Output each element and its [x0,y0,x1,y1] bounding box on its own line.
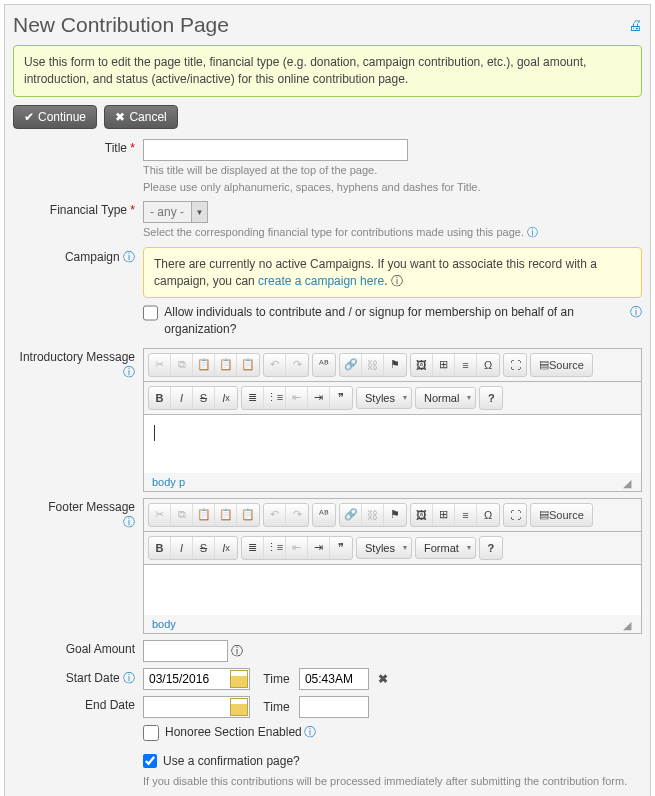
anchor-icon[interactable]: ⚑ [384,504,406,526]
paste-word-icon[interactable]: 📋 [237,354,259,376]
financial-type-select[interactable]: - any - ▼ [143,201,208,223]
title-hint1: This title will be displayed at the top … [143,163,642,178]
title-hint2: Please use only alphanumeric, spaces, hy… [143,180,642,195]
cancel-button-top[interactable]: ✖Cancel [104,105,177,129]
intro-msg-label: Introductory Message [20,350,135,364]
undo-icon[interactable]: ↶ [264,504,286,526]
unlink-icon[interactable]: ⛓ [362,504,384,526]
blockquote-icon[interactable]: ❞ [330,537,352,559]
cut-icon[interactable]: ✂ [149,354,171,376]
special-char-icon[interactable]: Ω [477,504,499,526]
help-icon[interactable]: ⓘ [231,644,243,658]
resize-handle[interactable]: ◢ [623,619,633,629]
format-select[interactable]: Format [415,537,476,559]
maximize-icon[interactable]: ⛶ [504,354,526,376]
paste-icon[interactable]: 📋 [193,354,215,376]
about-icon[interactable]: ? [480,537,502,559]
link-icon[interactable]: 🔗 [340,504,362,526]
numbered-list-icon[interactable]: ≣ [242,387,264,409]
help-icon[interactable]: ⓘ [123,515,135,529]
intro-editor-body[interactable] [144,415,641,473]
end-date-input[interactable] [144,697,229,717]
help-icon[interactable]: ⓘ [123,365,135,379]
format-select[interactable]: Normal [415,387,476,409]
table-icon[interactable]: ⊞ [433,354,455,376]
link-icon[interactable]: 🔗 [340,354,362,376]
indent-icon[interactable]: ⇥ [308,387,330,409]
check-icon: ✔ [24,110,34,124]
confirmation-label: Use a confirmation page? [163,753,300,770]
styles-select[interactable]: Styles [356,387,412,409]
continue-button-top[interactable]: ✔Continue [13,105,97,129]
image-icon[interactable]: 🖼 [411,504,433,526]
create-campaign-link[interactable]: create a campaign here [258,274,384,288]
help-icon[interactable]: ⓘ [630,304,642,321]
goal-amount-input[interactable] [143,640,228,662]
bullet-list-icon[interactable]: ⋮≡ [264,387,286,409]
copy-icon[interactable]: ⧉ [171,504,193,526]
clear-date-icon[interactable]: ✖ [378,672,388,686]
italic-icon[interactable]: I [171,387,193,409]
help-icon[interactable]: ⓘ [527,226,538,238]
end-date-label: End Date [85,698,135,712]
unlink-icon[interactable]: ⛓ [362,354,384,376]
strike-icon[interactable]: S [193,387,215,409]
copy-icon[interactable]: ⧉ [171,354,193,376]
paste-word-icon[interactable]: 📋 [237,504,259,526]
italic-icon[interactable]: I [171,537,193,559]
bullet-list-icon[interactable]: ⋮≡ [264,537,286,559]
special-char-icon[interactable]: Ω [477,354,499,376]
end-time-input[interactable] [299,696,369,718]
honoree-checkbox[interactable] [143,725,159,741]
about-icon[interactable]: ? [480,387,502,409]
undo-icon[interactable]: ↶ [264,354,286,376]
footer-editor-path[interactable]: body [152,618,176,630]
financial-type-label: Financial Type [50,203,127,217]
outdent-icon[interactable]: ⇤ [286,387,308,409]
intro-editor-path[interactable]: body p [152,476,185,488]
hr-icon[interactable]: ≡ [455,504,477,526]
confirmation-checkbox[interactable] [143,754,157,768]
strike-icon[interactable]: S [193,537,215,559]
styles-select[interactable]: Styles [356,537,412,559]
start-time-input[interactable] [299,668,369,690]
calendar-icon[interactable] [230,670,248,688]
blockquote-icon[interactable]: ❞ [330,387,352,409]
outdent-icon[interactable]: ⇤ [286,537,308,559]
help-icon[interactable]: ⓘ [391,274,403,288]
bold-icon[interactable]: B [149,537,171,559]
bold-icon[interactable]: B [149,387,171,409]
maximize-icon[interactable]: ⛶ [504,504,526,526]
top-button-row: ✔Continue ✖Cancel [13,105,642,129]
numbered-list-icon[interactable]: ≣ [242,537,264,559]
spellcheck-icon[interactable]: ᴬᴮ [313,504,335,526]
calendar-icon[interactable] [230,698,248,716]
title-input[interactable] [143,139,408,161]
help-icon[interactable]: ⓘ [123,671,135,685]
image-icon[interactable]: 🖼 [411,354,433,376]
paste-text-icon[interactable]: 📋 [215,504,237,526]
paste-icon[interactable]: 📋 [193,504,215,526]
redo-icon[interactable]: ↷ [286,354,308,376]
remove-format-icon[interactable]: Ix [215,537,237,559]
redo-icon[interactable]: ↷ [286,504,308,526]
footer-msg-label: Footer Message [48,500,135,514]
on-behalf-checkbox[interactable] [143,305,158,321]
table-icon[interactable]: ⊞ [433,504,455,526]
remove-format-icon[interactable]: Ix [215,387,237,409]
start-date-input[interactable] [144,669,229,689]
help-icon[interactable]: ⓘ [304,724,316,741]
anchor-icon[interactable]: ⚑ [384,354,406,376]
footer-editor-body[interactable] [144,565,641,615]
indent-icon[interactable]: ⇥ [308,537,330,559]
spellcheck-icon[interactable]: ᴬᴮ [313,354,335,376]
hr-icon[interactable]: ≡ [455,354,477,376]
required-marker: * [130,203,135,217]
source-button[interactable]: ▤ Source [531,354,592,376]
help-icon[interactable]: ⓘ [123,250,135,264]
resize-handle[interactable]: ◢ [623,477,633,487]
print-icon[interactable]: 🖨 [628,17,642,33]
paste-text-icon[interactable]: 📋 [215,354,237,376]
source-button[interactable]: ▤ Source [531,504,592,526]
cut-icon[interactable]: ✂ [149,504,171,526]
